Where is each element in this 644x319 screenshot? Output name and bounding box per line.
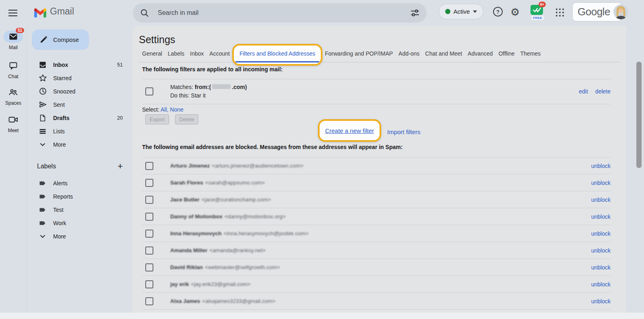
settings-gear-icon[interactable]: ⚙ (510, 5, 520, 19)
filter-checkbox[interactable] (145, 87, 153, 95)
select-none-link[interactable]: None (170, 106, 183, 113)
tab-add-ons[interactable]: Add-ons (398, 50, 419, 57)
row-checkbox[interactable] (145, 230, 153, 238)
sidebar-label-test[interactable]: Test (27, 203, 132, 216)
sidebar-item-sent[interactable]: Sent (27, 98, 132, 111)
meet-icon (8, 116, 18, 123)
unblock-link[interactable]: unblock (591, 180, 611, 186)
sidebar-item-snoozed[interactable]: Snoozed (27, 85, 132, 98)
hamburger-menu-icon[interactable] (8, 8, 18, 18)
unblock-link[interactable]: unblock (591, 247, 611, 254)
sidebar-label-alerts[interactable]: Alerts (27, 176, 132, 190)
chevron-down-icon (39, 141, 47, 149)
inbox-count: 51 (117, 62, 123, 68)
tab-offline[interactable]: Offline (498, 50, 514, 57)
tab-forwarding-pop-imap[interactable]: Forwarding and POP/IMAP (325, 50, 393, 57)
mail-sidebar: Compose Inbox 51 Starred Snoozed Sent Dr… (27, 26, 132, 313)
label-tag-icon (39, 193, 47, 201)
sidebar-item-starred[interactable]: Starred (27, 71, 132, 85)
blocked-row: Alxa James<alxajames3233@gmail.com> unbl… (142, 293, 611, 310)
row-checkbox[interactable] (145, 246, 153, 255)
rail-item-chat[interactable]: Chat (0, 60, 27, 79)
tabs-divider (139, 62, 620, 62)
clock-icon (39, 87, 47, 95)
delete-button[interactable]: Delete (175, 114, 198, 124)
sidebar-item-lists[interactable]: Lists (27, 124, 132, 138)
unblock-link[interactable]: unblock (591, 264, 611, 271)
unblock-link[interactable]: unblock (591, 213, 611, 220)
draft-icon (39, 114, 47, 122)
blocked-row: Inna Herasymovych<inna.herasymovych@joob… (142, 225, 611, 242)
tab-themes[interactable]: Themes (520, 50, 541, 57)
unblock-link[interactable]: unblock (591, 281, 611, 288)
mail-unread-badge: 51 (16, 28, 24, 33)
unblock-link[interactable]: unblock (591, 298, 611, 304)
compose-label: Compose (53, 36, 79, 43)
row-checkbox[interactable] (145, 297, 153, 305)
export-button[interactable]: Export (145, 114, 169, 124)
tab-accounts[interactable]: Account (209, 50, 230, 57)
create-new-filter-link[interactable]: Create a new filter (325, 127, 374, 134)
search-icon[interactable] (140, 8, 149, 17)
app-rail: 51 Mail Chat Spaces (0, 26, 27, 313)
mail-icon (9, 33, 17, 40)
tab-inbox[interactable]: Inbox (190, 50, 204, 57)
compose-button[interactable]: Compose (32, 29, 89, 50)
redacted-domain (212, 84, 231, 89)
unblock-link[interactable]: unblock (591, 230, 611, 237)
spaces-icon (8, 88, 18, 96)
row-checkbox[interactable] (145, 263, 153, 271)
inbox-icon (39, 61, 47, 69)
search-input[interactable]: Search in mail (133, 3, 427, 23)
status-label: Active (454, 8, 470, 15)
google-apps-icon[interactable] (556, 8, 565, 17)
blocked-row: Sarah Flores<sarah@appsumo.com> unblock (142, 174, 611, 191)
rail-item-meet[interactable]: Meet (0, 114, 27, 133)
unblock-link[interactable]: unblock (591, 163, 611, 169)
select-all-link[interactable]: All, (161, 106, 168, 113)
tab-advanced[interactable]: Advanced (468, 50, 493, 57)
google-wordmark: Google (578, 6, 610, 18)
import-filters-link[interactable]: Import filters (387, 128, 421, 135)
rail-item-mail[interactable]: 51 Mail (0, 31, 27, 50)
status-dropdown[interactable]: Active (439, 4, 483, 19)
add-label-button[interactable]: + (118, 162, 123, 170)
label-tag-icon (39, 206, 47, 214)
sidebar-item-inbox[interactable]: Inbox 51 (27, 58, 132, 71)
rail-item-spaces[interactable]: Spaces (0, 86, 27, 106)
help-icon[interactable]: ? (493, 7, 503, 17)
row-checkbox[interactable] (145, 196, 153, 204)
mailtrack-extension-icon[interactable]: 9+ FREE (530, 2, 544, 23)
vertical-scrollbar[interactable] (636, 62, 642, 168)
sidebar-label-work[interactable]: Work (27, 216, 132, 230)
labels-header: Labels (37, 163, 118, 170)
row-checkbox[interactable] (145, 179, 153, 187)
search-options-icon[interactable] (411, 8, 419, 17)
select-line: Select: All, None (142, 106, 184, 113)
edit-filter-link[interactable]: edit (579, 88, 588, 95)
blocked-addresses-table: Arturo Jimenez<arturo.jimenez@audienceto… (142, 157, 611, 310)
tab-labels[interactable]: Labels (168, 50, 184, 57)
tab-chat-and-meet[interactable]: Chat and Meet (425, 50, 462, 57)
lists-icon (39, 127, 47, 135)
google-account-widget[interactable]: Google (572, 2, 622, 22)
row-checkbox[interactable] (145, 213, 153, 221)
avatar[interactable] (613, 4, 628, 19)
filter-description: Matches: from:(.com) Do this: Star it (170, 83, 247, 100)
sidebar-item-more[interactable]: More (27, 138, 132, 151)
gmail-logo-icon[interactable] (34, 7, 47, 18)
blocked-row: jay erik<jay.erik23@gmail.com> unblock (142, 276, 611, 293)
filters-heading: The following filters are applied to all… (142, 66, 283, 72)
tab-general[interactable]: General (142, 50, 162, 57)
sidebar-label-more[interactable]: More (27, 230, 132, 243)
sidebar-item-drafts[interactable]: Drafts 20 (27, 111, 132, 124)
row-checkbox[interactable] (145, 162, 153, 170)
delete-filter-link[interactable]: delete (595, 88, 611, 95)
top-bar: Gmail Search in mail Active ? ⚙ 9+ FREE … (0, 0, 644, 26)
row-checkbox[interactable] (145, 280, 153, 288)
blocked-row: Jace Butler<jace@curationchamp.com> unbl… (142, 191, 611, 208)
sidebar-label-reports[interactable]: Reports (27, 190, 132, 203)
blocked-row: David Riklan<webmaster@selfgrowth.com> u… (142, 259, 611, 276)
unblock-link[interactable]: unblock (591, 197, 611, 203)
tab-filters-and-blocked-addresses[interactable]: Filters and Blocked Addresses (239, 50, 315, 57)
